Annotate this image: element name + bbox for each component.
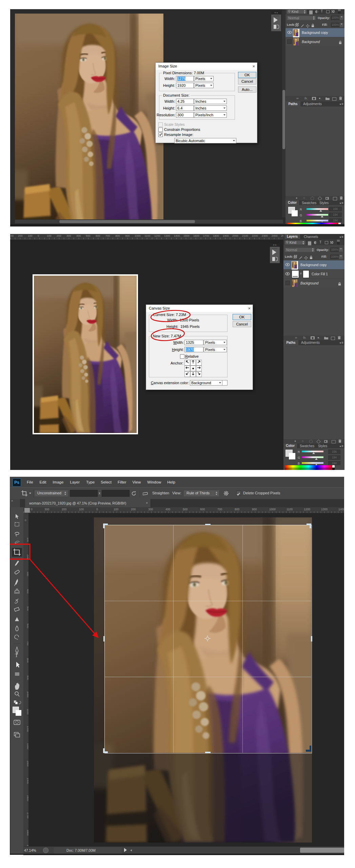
svg-text:900: 900: [252, 508, 257, 511]
svg-text:300: 300: [26, 572, 28, 576]
svg-text:1300: 1300: [321, 508, 328, 511]
svg-text:300: 300: [148, 508, 153, 511]
svg-text:900: 900: [125, 234, 130, 237]
svg-text:400: 400: [165, 508, 170, 511]
svg-text:1400: 1400: [338, 508, 344, 511]
svg-text:200: 200: [26, 554, 28, 559]
svg-text:2400: 2400: [272, 234, 278, 237]
svg-text:100: 100: [114, 508, 118, 511]
svg-text:1900: 1900: [223, 234, 229, 237]
svg-text:700: 700: [217, 508, 222, 511]
svg-text:1700: 1700: [203, 234, 209, 237]
svg-text:600: 600: [200, 508, 205, 511]
svg-text:1500: 1500: [26, 778, 28, 784]
svg-text:600: 600: [26, 624, 28, 628]
svg-text:500: 500: [183, 508, 188, 511]
svg-text:00: 00: [11, 234, 14, 237]
svg-text:800: 800: [115, 234, 120, 237]
svg-text:1300: 1300: [26, 743, 28, 749]
svg-text:700: 700: [26, 641, 28, 646]
svg-text:1000: 1000: [26, 691, 28, 697]
svg-text:T: T: [15, 653, 18, 658]
svg-text:700: 700: [105, 234, 110, 237]
svg-text:1700: 1700: [26, 812, 28, 818]
svg-text:1200: 1200: [154, 234, 160, 237]
svg-text:1200: 1200: [304, 508, 310, 511]
svg-text:200: 200: [18, 234, 23, 237]
svg-text:100: 100: [26, 537, 28, 542]
svg-text:100: 100: [79, 508, 84, 511]
svg-text:600: 600: [96, 234, 100, 237]
svg-text:300: 300: [66, 234, 71, 237]
svg-text:0: 0: [38, 234, 39, 237]
svg-text:200: 200: [57, 234, 61, 237]
svg-text:0: 0: [25, 519, 26, 522]
svg-text:1200: 1200: [26, 726, 28, 732]
svg-text:1400: 1400: [174, 234, 180, 237]
svg-text:2200: 2200: [252, 234, 258, 237]
svg-text:1600: 1600: [26, 795, 28, 801]
svg-text:100: 100: [28, 234, 33, 237]
svg-text:1800: 1800: [213, 234, 219, 237]
svg-text:500: 500: [86, 234, 91, 237]
svg-text:200: 200: [131, 508, 136, 511]
svg-text:1800: 1800: [26, 830, 28, 836]
svg-text:1100: 1100: [26, 709, 28, 715]
svg-text:1100: 1100: [144, 234, 151, 237]
svg-text:2100: 2100: [242, 234, 248, 237]
svg-text:2000: 2000: [232, 234, 238, 237]
svg-text:1100: 1100: [287, 508, 293, 511]
svg-text:0: 0: [31, 508, 33, 511]
svg-text:1400: 1400: [26, 761, 28, 767]
svg-text:500: 500: [26, 606, 28, 611]
svg-text:0: 0: [96, 508, 98, 511]
svg-text:400: 400: [26, 589, 28, 594]
svg-text:2300: 2300: [262, 234, 268, 237]
svg-text:1000: 1000: [135, 234, 141, 237]
svg-text:800: 800: [235, 508, 239, 511]
svg-text:800: 800: [26, 658, 28, 663]
svg-text:1600: 1600: [193, 234, 199, 237]
svg-text:1300: 1300: [164, 234, 170, 237]
svg-text:400: 400: [76, 234, 81, 237]
svg-text:1500: 1500: [183, 234, 190, 237]
svg-text:900: 900: [26, 675, 28, 680]
svg-text:200: 200: [62, 508, 66, 511]
svg-text:300: 300: [44, 508, 49, 511]
svg-text:100: 100: [47, 234, 52, 237]
svg-text:1000: 1000: [269, 508, 276, 511]
